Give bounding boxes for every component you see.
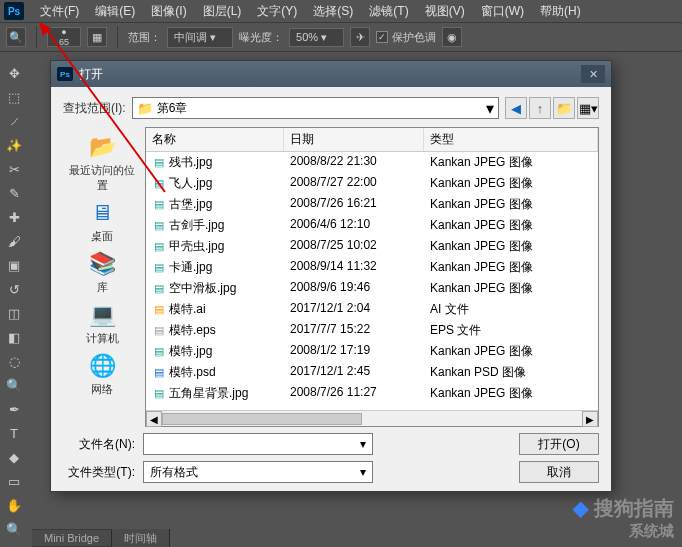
tool-path[interactable]: ◆ xyxy=(2,446,26,468)
menu-select[interactable]: 选择(S) xyxy=(305,1,361,22)
exposure-label: 曝光度： xyxy=(239,30,283,45)
tool-hand[interactable]: ✋ xyxy=(2,494,26,516)
menu-window[interactable]: 窗口(W) xyxy=(473,1,532,22)
file-list-panel: 名称 日期 类型 ▤残书.jpg2008/8/22 21:30Kankan JP… xyxy=(145,127,599,427)
file-row[interactable]: ▤残书.jpg2008/8/22 21:30Kankan JPEG 图像 xyxy=(146,152,598,173)
tool-pen[interactable]: ✒ xyxy=(2,398,26,420)
menu-edit[interactable]: 编辑(E) xyxy=(87,1,143,22)
tool-stamp[interactable]: ▣ xyxy=(2,254,26,276)
open-button[interactable]: 打开(O) xyxy=(519,433,599,455)
place-computer[interactable]: 💻 计算机 xyxy=(63,299,141,348)
file-name: 空中滑板.jpg xyxy=(169,280,236,297)
tool-zoom[interactable]: 🔍 xyxy=(2,518,26,540)
brush-panel-icon[interactable]: ▦ xyxy=(87,27,107,47)
file-type: Kankan PSD 图像 xyxy=(424,363,598,382)
tool-history[interactable]: ↺ xyxy=(2,278,26,300)
menu-file[interactable]: 文件(F) xyxy=(32,1,87,22)
file-type: Kankan JPEG 图像 xyxy=(424,195,598,214)
tool-preset-icon[interactable]: 🔍 xyxy=(6,27,26,47)
place-desktop[interactable]: 🖥 桌面 xyxy=(63,197,141,246)
file-row[interactable]: ▤模特.jpg2008/1/2 17:19Kankan JPEG 图像 xyxy=(146,341,598,362)
column-name[interactable]: 名称 xyxy=(146,128,284,151)
brush-preset[interactable]: ●65 xyxy=(47,27,81,47)
file-row[interactable]: ▤甲壳虫.jpg2008/7/25 10:02Kankan JPEG 图像 xyxy=(146,236,598,257)
file-type-icon: ▤ xyxy=(152,156,166,170)
file-row[interactable]: ▤卡通.jpg2008/9/14 11:32Kankan JPEG 图像 xyxy=(146,257,598,278)
file-row[interactable]: ▤空中滑板.jpg2008/9/6 19:46Kankan JPEG 图像 xyxy=(146,278,598,299)
horizontal-scrollbar[interactable]: ◀ ▶ xyxy=(146,410,598,426)
file-name: 残书.jpg xyxy=(169,154,212,171)
look-in-combo[interactable]: 📁 第6章 ▾ xyxy=(132,97,499,119)
tool-gradient[interactable]: ◧ xyxy=(2,326,26,348)
tool-wand[interactable]: ✨ xyxy=(2,134,26,156)
file-row[interactable]: ▤模特.eps2017/7/7 15:22EPS 文件 xyxy=(146,320,598,341)
file-type-icon: ▤ xyxy=(152,177,166,191)
protect-tone-checkbox[interactable]: ✓ 保护色调 xyxy=(376,30,436,45)
places-bar: 📂 最近访问的位置 🖥 桌面 📚 库 💻 计算机 🌐 网络 xyxy=(63,127,141,427)
file-row[interactable]: ▤古剑手.jpg2006/4/6 12:10Kankan JPEG 图像 xyxy=(146,215,598,236)
ps-icon: Ps xyxy=(57,67,73,81)
tablet-pressure-icon[interactable]: ◉ xyxy=(442,27,462,47)
column-type[interactable]: 类型 xyxy=(424,128,598,151)
file-name: 模特.ai xyxy=(169,301,206,318)
nav-back-button[interactable]: ◀ xyxy=(505,97,527,119)
place-libraries[interactable]: 📚 库 xyxy=(63,248,141,297)
file-row[interactable]: ▤飞人.jpg2008/7/27 22:00Kankan JPEG 图像 xyxy=(146,173,598,194)
file-type: Kankan JPEG 图像 xyxy=(424,237,598,256)
tool-eraser[interactable]: ◫ xyxy=(2,302,26,324)
nav-views-button[interactable]: ▦▾ xyxy=(577,97,599,119)
file-name: 卡通.jpg xyxy=(169,259,212,276)
menu-layer[interactable]: 图层(L) xyxy=(195,1,250,22)
airbrush-icon[interactable]: ✈ xyxy=(350,27,370,47)
tool-blur[interactable]: ◌ xyxy=(2,350,26,372)
menu-filter[interactable]: 滤镜(T) xyxy=(361,1,416,22)
file-list[interactable]: ▤残书.jpg2008/8/22 21:30Kankan JPEG 图像▤飞人.… xyxy=(146,152,598,410)
place-recent-label: 最近访问的位置 xyxy=(65,163,139,193)
file-list-header: 名称 日期 类型 xyxy=(146,128,598,152)
place-network[interactable]: 🌐 网络 xyxy=(63,350,141,399)
tool-shape[interactable]: ▭ xyxy=(2,470,26,492)
menu-view[interactable]: 视图(V) xyxy=(417,1,473,22)
file-row[interactable]: ▤模特.psd2017/12/1 2:45Kankan PSD 图像 xyxy=(146,362,598,383)
file-date: 2008/7/25 10:02 xyxy=(284,237,424,256)
place-recent[interactable]: 📂 最近访问的位置 xyxy=(63,131,141,195)
scroll-left-icon[interactable]: ◀ xyxy=(146,411,162,427)
file-type-icon: ▤ xyxy=(152,324,166,338)
tool-move[interactable]: ✥ xyxy=(2,62,26,84)
tool-heal[interactable]: ✚ xyxy=(2,206,26,228)
tab-minibridge[interactable]: Mini Bridge xyxy=(32,530,112,546)
tool-lasso[interactable]: ⟋ xyxy=(2,110,26,132)
tool-dodge[interactable]: 🔍 xyxy=(2,374,26,396)
nav-newfolder-button[interactable]: 📁 xyxy=(553,97,575,119)
file-row[interactable]: ▤五角星背景.jpg2008/7/26 11:27Kankan JPEG 图像 xyxy=(146,383,598,404)
filename-label: 文件名(N): xyxy=(63,436,135,453)
scroll-thumb[interactable] xyxy=(162,413,362,425)
options-bar: 🔍 ●65 ▦ 范围： 中间调 ▾ 曝光度： 50% ▾ ✈ ✓ 保护色调 ◉ xyxy=(0,22,682,52)
filename-input[interactable]: ▾ xyxy=(143,433,373,455)
menu-bar: Ps 文件(F) 编辑(E) 图像(I) 图层(L) 文字(Y) 选择(S) 滤… xyxy=(0,0,682,22)
range-dropdown[interactable]: 中间调 ▾ xyxy=(167,27,233,48)
menu-image[interactable]: 图像(I) xyxy=(143,1,194,22)
menu-type[interactable]: 文字(Y) xyxy=(249,1,305,22)
menu-help[interactable]: 帮助(H) xyxy=(532,1,589,22)
exposure-dropdown[interactable]: 50% ▾ xyxy=(289,28,344,47)
close-button[interactable]: ✕ xyxy=(581,65,605,83)
file-row[interactable]: ▤模特.ai2017/12/1 2:04AI 文件 xyxy=(146,299,598,320)
filetype-select[interactable]: 所有格式▾ xyxy=(143,461,373,483)
tool-crop[interactable]: ✂ xyxy=(2,158,26,180)
scroll-right-icon[interactable]: ▶ xyxy=(582,411,598,427)
file-date: 2008/7/26 16:21 xyxy=(284,195,424,214)
file-type: AI 文件 xyxy=(424,300,598,319)
watermark-icon: ◆ xyxy=(573,497,588,519)
tool-marquee[interactable]: ⬚ xyxy=(2,86,26,108)
column-date[interactable]: 日期 xyxy=(284,128,424,151)
tab-timeline[interactable]: 时间轴 xyxy=(112,529,170,548)
tool-brush[interactable]: 🖌 xyxy=(2,230,26,252)
file-row[interactable]: ▤古堡.jpg2008/7/26 16:21Kankan JPEG 图像 xyxy=(146,194,598,215)
nav-up-button[interactable]: ↑ xyxy=(529,97,551,119)
tool-type[interactable]: T xyxy=(2,422,26,444)
tool-eyedropper[interactable]: ✎ xyxy=(2,182,26,204)
recent-icon: 📂 xyxy=(86,133,118,161)
chevron-down-icon: ▾ xyxy=(486,99,494,118)
cancel-button[interactable]: 取消 xyxy=(519,461,599,483)
